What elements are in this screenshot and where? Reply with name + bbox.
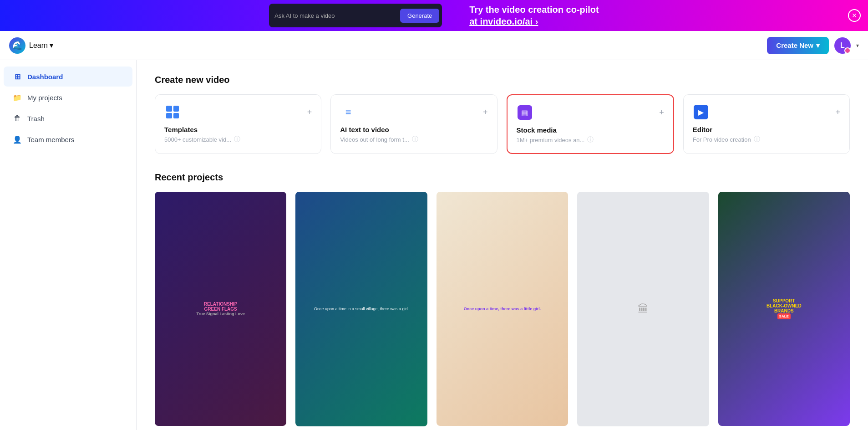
header-left: 🌊 Learn ▾ [9,37,53,54]
banner-input: Ask AI to make a video [269,12,397,19]
editor-card-title: Editor [693,126,840,133]
trash-icon: 🗑 [13,114,22,123]
card-plus-icon: + [307,108,312,117]
avatar-letter: L [840,41,845,50]
sidebar-item-label: Team members [27,136,74,143]
project-thumbnail: 🏛 [577,192,709,426]
sidebar-item-label: Dashboard [27,73,63,81]
recent-section-title: Recent projects [155,172,850,183]
project-thumbnail: SUPPORTBLACK-OWNEDBRANDSSALE [718,192,850,426]
recent-projects-row1: RELATIONSHIPGREEN FLAGSTrue Signal Lasti… [155,192,850,430]
sidebar-item-team-members[interactable]: 👤 Team members [4,129,132,149]
learn-chevron-icon: ▾ [50,41,53,50]
card-top: ≡ + [340,104,487,120]
create-new-button[interactable]: Create New ▾ [767,37,829,54]
sidebar-item-my-projects[interactable]: 📁 My projects [4,87,132,108]
ai-text-to-video-card[interactable]: ≡ + AI text to video Videos out of long … [330,94,497,154]
dashboard-icon: ⊞ [13,72,22,81]
ai-text-card-title: AI text to video [340,126,487,133]
editor-icon: ▶ [693,104,709,120]
info-icon: ⓘ [412,135,418,143]
banner-promo-link[interactable]: at invideo.io/ai › [469,16,538,26]
project-item[interactable]: RELATIONSHIPGREEN FLAGSTrue Signal Lasti… [155,192,286,430]
banner-promo: Try the video creation co-pilot at invid… [469,4,599,27]
app-layout: ⊞ Dashboard 📁 My projects 🗑 Trash 👤 Team… [0,60,868,430]
sidebar-item-label: Trash [27,115,45,123]
card-top: ▦ + [517,104,664,121]
folder-icon: 📁 [13,93,22,102]
banner-close-button[interactable]: × [848,9,861,22]
editor-card[interactable]: ▶ + Editor For Pro video creation ⓘ [683,94,850,154]
banner-preview: Ask AI to make a video Generate [269,4,442,27]
logo: 🌊 [9,37,25,54]
avatar[interactable]: L [834,37,851,54]
project-item[interactable]: 🏛 27751625 28 mins ago ✏ ••• [577,192,709,430]
project-item[interactable]: SUPPORTBLACK-OWNEDBRANDSSALE 27751705 33… [718,192,850,430]
card-plus-icon: + [835,108,840,117]
ai-text-card-desc: Videos out of long form t... ⓘ [340,135,487,143]
project-item[interactable]: Once upon a time, there was a little gir… [437,192,568,430]
info-icon: ⓘ [754,135,760,143]
info-icon: ⓘ [234,135,240,143]
stock-media-card-title: Stock media [517,126,664,134]
card-plus-icon: + [659,108,664,118]
banner-promo-text: Try the video creation co-pilot [469,5,599,15]
create-section-title: Create new video [155,75,850,85]
templates-icon [164,104,181,120]
top-banner: Ask AI to make a video Generate Try the … [0,0,868,31]
project-thumbnail: Once upon a time, there was a little gir… [437,192,568,426]
avatar-badge [844,47,851,54]
stock-media-card-desc: 1M+ premium videos an... ⓘ [517,136,664,144]
create-cards-row: + Templates 5000+ customizable vid... ⓘ … [155,94,850,154]
banner-generate-button[interactable]: Generate [400,9,439,23]
banner-input-placeholder: Ask AI to make a video [274,12,335,19]
header: 🌊 Learn ▾ Create New ▾ L ▾ [0,31,868,60]
main-content: Create new video + Templates 5000+ custo… [137,60,868,430]
card-top: + [164,104,312,120]
stock-media-card[interactable]: ▦ + Stock media 1M+ premium videos an...… [507,94,674,154]
team-icon: 👤 [13,135,22,144]
editor-card-desc: For Pro video creation ⓘ [693,135,840,143]
project-thumbnail: Once upon a time in a small village, the… [295,192,427,426]
ai-text-icon: ≡ [340,104,356,120]
info-icon: ⓘ [587,136,594,144]
sidebar: ⊞ Dashboard 📁 My projects 🗑 Trash 👤 Team… [0,60,137,430]
project-thumbnail: RELATIONSHIPGREEN FLAGSTrue Signal Lasti… [155,192,286,426]
project-item[interactable]: Once upon a time in a small village, the… [295,192,427,430]
templates-card[interactable]: + Templates 5000+ customizable vid... ⓘ [155,94,321,154]
card-top: ▶ + [693,104,840,120]
card-plus-icon: + [483,108,488,117]
learn-button[interactable]: Learn ▾ [29,41,53,50]
sidebar-item-trash[interactable]: 🗑 Trash [4,108,132,128]
learn-label: Learn [29,41,48,50]
avatar-chevron-icon[interactable]: ▾ [856,42,859,49]
templates-card-title: Templates [164,126,312,133]
templates-card-desc: 5000+ customizable vid... ⓘ [164,135,312,143]
sidebar-item-label: My projects [27,94,62,102]
header-right: Create New ▾ L ▾ [767,37,859,54]
create-new-chevron-icon: ▾ [816,41,820,50]
create-new-label: Create New [776,41,813,49]
sidebar-item-dashboard[interactable]: ⊞ Dashboard [4,67,132,87]
stock-media-icon: ▦ [517,104,533,121]
